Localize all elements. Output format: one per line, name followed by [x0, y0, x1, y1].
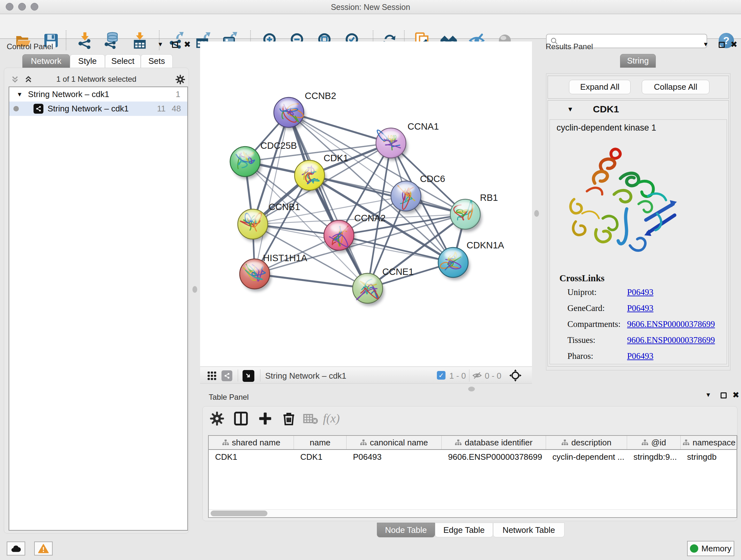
window-minimize-light[interactable] [18, 3, 26, 10]
graph-node-label: CCNB1 [269, 202, 300, 212]
tab-edge-table[interactable]: Edge Table [435, 523, 493, 537]
graph-node-RB1[interactable] [450, 199, 480, 229]
table-row[interactable]: CDK1CDK1P064939606.ENSP00000378699cyclin… [209, 450, 737, 464]
tab-style[interactable]: Style [70, 54, 105, 68]
selected-nodes-checkbox-icon[interactable]: ✓ [437, 371, 446, 380]
tab-select[interactable]: Select [105, 54, 141, 68]
network-list-toolbar: 1 of 1 Network selected [7, 73, 186, 86]
graph-edge[interactable] [255, 274, 367, 288]
column-header-namespace[interactable]: namespace [681, 436, 738, 449]
graph-node-HIST1H1A[interactable] [240, 259, 270, 289]
table-panel-close-icon[interactable]: ✖ [732, 390, 739, 400]
entry-expander-icon[interactable]: ▼ [567, 106, 574, 113]
control-panel-close-icon[interactable]: ✖ [184, 40, 191, 50]
control-panel-float-icon[interactable] [172, 42, 178, 49]
collection-expander-icon[interactable]: ▼ [17, 91, 23, 98]
results-panel-title: Results Panel [546, 42, 593, 51]
show-columns-icon[interactable] [233, 411, 249, 427]
control-panel-menu-icon[interactable]: ▼ [157, 41, 163, 48]
hscroll-thumb[interactable] [211, 510, 267, 516]
column-header-name[interactable]: name [294, 436, 347, 449]
crosslink-link[interactable]: 9606.ENSP00000378699 [627, 319, 715, 329]
network-canvas[interactable]: CCNB2CCNA1CDC25BCDK1CDC6RB1CCNB1CCNA2CDK… [200, 42, 532, 367]
table-hscrollbar[interactable] [209, 509, 737, 517]
crosslink-link[interactable]: 9606.ENSP00000378699 [627, 335, 715, 345]
birdseye-crosshair-icon[interactable] [509, 369, 522, 382]
table-options-gear-icon[interactable] [209, 411, 225, 427]
delete-column-trash-icon[interactable] [281, 411, 297, 427]
results-panel-menu-icon[interactable]: ▼ [703, 41, 709, 48]
results-panel-float-icon[interactable] [719, 42, 725, 49]
column-header-description[interactable]: description [546, 436, 627, 449]
expand-all-button[interactable]: Expand All [569, 80, 630, 94]
network-edge-count: 48 [172, 104, 181, 114]
delete-table-icon[interactable] [302, 411, 319, 427]
table-cell[interactable]: 9606.ENSP00000378699 [442, 450, 546, 464]
table-panel-menu-icon[interactable]: ▼ [705, 391, 711, 398]
network-view-toolbar: String Network – cdk1 ✓ 1 - 0 0 - 0 [200, 367, 532, 384]
column-header-database-identifier[interactable]: database identifier [442, 436, 546, 449]
crosslink-link[interactable]: P06493 [627, 303, 654, 313]
window-close-light[interactable] [6, 3, 13, 10]
tab-node-table[interactable]: Node Table [377, 523, 435, 537]
memory-button[interactable]: Memory [687, 541, 734, 556]
results-panel-close-icon[interactable]: ✖ [731, 40, 738, 50]
graph-node-CDKN1A[interactable] [438, 247, 468, 277]
graph-node-CDC25B[interactable] [230, 146, 260, 177]
detach-view-icon[interactable] [243, 370, 254, 382]
graph-node-label: CCNA2 [354, 213, 386, 223]
create-column-plus-icon[interactable] [257, 411, 273, 427]
cloud-status-button[interactable] [7, 542, 25, 556]
grid-view-icon[interactable] [207, 371, 217, 381]
tab-string[interactable]: String [620, 54, 656, 68]
table-cell[interactable]: stringdb:9... [627, 450, 681, 464]
table-panel-float-icon[interactable] [721, 392, 727, 400]
graph-node-label: CDC25B [260, 140, 297, 151]
crosslink-row: Tissues:9606.ENSP00000378699 [567, 335, 721, 345]
column-header-label: description [571, 438, 611, 448]
graph-edge[interactable] [255, 112, 289, 274]
graph-node-CCNA2[interactable] [324, 220, 354, 250]
graph-node-label: CDK1 [324, 153, 348, 163]
table-cell[interactable]: P06493 [347, 450, 442, 464]
network-row-selected[interactable]: String Network – cdk1 11 48 [9, 102, 187, 116]
network-options-gear-icon[interactable] [175, 74, 186, 85]
splitter-handle[interactable] [534, 210, 539, 217]
tab-sets[interactable]: Sets [141, 54, 173, 68]
network-graph[interactable]: CCNB2CCNA1CDC25BCDK1CDC6RB1CCNB1CCNA2CDK… [200, 42, 532, 367]
network-view-app-icon[interactable] [221, 370, 232, 381]
entry-description: cyclin-dependent kinase 1 [556, 123, 656, 133]
cloud-icon [10, 544, 21, 553]
graph-node-CCNE1[interactable] [353, 273, 383, 303]
table-cell[interactable]: cyclin-dependent ... [546, 450, 627, 464]
splitter-handle[interactable] [468, 387, 475, 391]
graph-node-CCNA1[interactable] [376, 128, 406, 158]
tab-network-table[interactable]: Network Table [493, 523, 564, 537]
crosslink-label: Compartments: [567, 319, 627, 329]
column-header-label: database identifier [465, 438, 532, 448]
column-header-@id[interactable]: @id [627, 436, 681, 449]
network-label: String Network – cdk1 [48, 104, 129, 114]
warning-status-button[interactable] [34, 542, 53, 556]
crosslink-label: Uniprot: [567, 287, 627, 297]
graph-node-CCNB1[interactable] [238, 209, 268, 239]
window-zoom-light[interactable] [30, 3, 38, 10]
column-header-shared-name[interactable]: shared name [209, 436, 294, 449]
column-header-canonical-name[interactable]: canonical name [347, 436, 442, 449]
network-collection-row[interactable]: ▼ String Network – cdk1 1 [9, 87, 187, 102]
graph-node-CCNB2[interactable] [274, 98, 304, 127]
tab-network[interactable]: Network [22, 54, 70, 68]
table-cell[interactable]: stringdb [681, 450, 738, 464]
graph-node-CDK1[interactable] [294, 160, 325, 190]
table-cell[interactable]: CDK1 [209, 450, 294, 464]
function-builder-icon[interactable]: f(x) [323, 411, 340, 425]
table-cell[interactable]: CDK1 [294, 450, 347, 464]
column-header-label: name [310, 438, 330, 448]
crosslink-link[interactable]: P06493 [627, 351, 654, 361]
splitter-handle[interactable] [192, 286, 197, 293]
node-table[interactable]: shared namenamecanonical namedatabase id… [208, 435, 737, 518]
collapse-all-button[interactable]: Collapse All [642, 80, 710, 94]
crosslink-link[interactable]: P06493 [627, 287, 654, 297]
graph-node-CDC6[interactable] [391, 181, 421, 211]
network-selection-status: 1 of 1 Network selected [7, 75, 186, 84]
